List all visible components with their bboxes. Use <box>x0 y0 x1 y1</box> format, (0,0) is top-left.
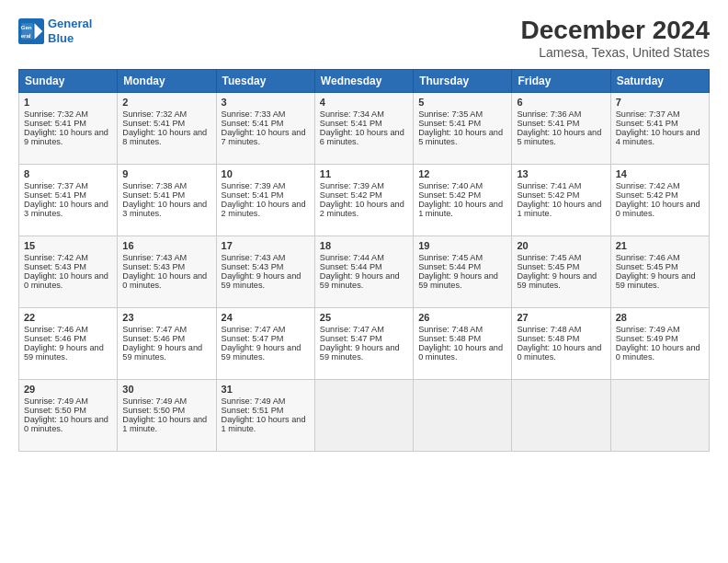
calendar-cell: 20Sunrise: 7:45 AMSunset: 5:45 PMDayligh… <box>512 236 610 307</box>
calendar-cell <box>610 379 709 451</box>
col-header-wednesday: Wednesday <box>314 69 413 92</box>
logo-text: General Blue <box>48 17 92 45</box>
day-number: 14 <box>616 168 704 179</box>
day-number: 10 <box>222 168 310 179</box>
svg-text:eral: eral <box>21 32 31 39</box>
day-number: 23 <box>122 312 210 323</box>
calendar-cell <box>414 379 512 451</box>
calendar-cell: 27Sunrise: 7:48 AMSunset: 5:48 PMDayligh… <box>512 307 610 379</box>
title-block: December 2024 Lamesa, Texas, United Stat… <box>521 17 710 60</box>
col-header-monday: Monday <box>118 69 216 92</box>
calendar-cell: 13Sunrise: 7:41 AMSunset: 5:42 PMDayligh… <box>512 164 610 236</box>
day-number: 27 <box>517 312 605 323</box>
day-number: 25 <box>320 312 408 323</box>
day-number: 5 <box>418 97 506 108</box>
calendar-cell: 28Sunrise: 7:49 AMSunset: 5:49 PMDayligh… <box>610 307 709 379</box>
logo-line1: General <box>48 17 92 30</box>
calendar-cell: 6Sunrise: 7:36 AMSunset: 5:41 PMDaylight… <box>512 92 610 164</box>
day-number: 2 <box>122 97 210 108</box>
day-number: 28 <box>616 312 704 323</box>
week-row-1: 1Sunrise: 7:32 AMSunset: 5:41 PMDaylight… <box>19 92 710 164</box>
day-number: 8 <box>24 168 112 179</box>
day-number: 11 <box>320 168 408 179</box>
page: Gen eral General Blue December 2024 Lame… <box>0 0 728 563</box>
col-header-tuesday: Tuesday <box>216 69 314 92</box>
calendar-cell: 3Sunrise: 7:33 AMSunset: 5:41 PMDaylight… <box>216 92 314 164</box>
week-row-4: 22Sunrise: 7:46 AMSunset: 5:46 PMDayligh… <box>19 307 710 379</box>
calendar-cell: 25Sunrise: 7:47 AMSunset: 5:47 PMDayligh… <box>314 307 413 379</box>
day-number: 19 <box>418 240 506 251</box>
calendar-cell <box>512 379 610 451</box>
calendar-cell: 26Sunrise: 7:48 AMSunset: 5:48 PMDayligh… <box>414 307 512 379</box>
day-number: 17 <box>222 240 310 251</box>
week-row-5: 29Sunrise: 7:49 AMSunset: 5:50 PMDayligh… <box>19 379 710 451</box>
day-number: 24 <box>222 312 310 323</box>
calendar-cell: 7Sunrise: 7:37 AMSunset: 5:41 PMDaylight… <box>610 92 709 164</box>
day-number: 6 <box>517 97 605 108</box>
calendar-cell: 22Sunrise: 7:46 AMSunset: 5:46 PMDayligh… <box>19 307 118 379</box>
header: Gen eral General Blue December 2024 Lame… <box>18 17 710 60</box>
calendar-cell: 19Sunrise: 7:45 AMSunset: 5:44 PMDayligh… <box>414 236 512 307</box>
calendar-cell: 4Sunrise: 7:34 AMSunset: 5:41 PMDaylight… <box>314 92 413 164</box>
calendar-cell: 2Sunrise: 7:32 AMSunset: 5:41 PMDaylight… <box>118 92 216 164</box>
calendar-cell: 8Sunrise: 7:37 AMSunset: 5:41 PMDaylight… <box>19 164 118 236</box>
col-header-thursday: Thursday <box>414 69 512 92</box>
day-number: 29 <box>24 384 112 395</box>
day-number: 3 <box>222 97 310 108</box>
calendar-cell: 29Sunrise: 7:49 AMSunset: 5:50 PMDayligh… <box>19 379 118 451</box>
day-number: 13 <box>517 168 605 179</box>
calendar-cell: 11Sunrise: 7:39 AMSunset: 5:42 PMDayligh… <box>314 164 413 236</box>
col-header-sunday: Sunday <box>19 69 118 92</box>
calendar-cell: 18Sunrise: 7:44 AMSunset: 5:44 PMDayligh… <box>314 236 413 307</box>
logo-line2: Blue <box>48 31 74 45</box>
day-number: 16 <box>122 240 210 251</box>
week-row-2: 8Sunrise: 7:37 AMSunset: 5:41 PMDaylight… <box>19 164 710 236</box>
calendar-cell: 15Sunrise: 7:42 AMSunset: 5:43 PMDayligh… <box>19 236 118 307</box>
col-header-friday: Friday <box>512 69 610 92</box>
calendar-cell: 17Sunrise: 7:43 AMSunset: 5:43 PMDayligh… <box>216 236 314 307</box>
calendar-cell: 30Sunrise: 7:49 AMSunset: 5:50 PMDayligh… <box>118 379 216 451</box>
calendar-cell: 23Sunrise: 7:47 AMSunset: 5:46 PMDayligh… <box>118 307 216 379</box>
day-number: 21 <box>616 240 704 251</box>
calendar-cell: 21Sunrise: 7:46 AMSunset: 5:45 PMDayligh… <box>610 236 709 307</box>
calendar-cell: 24Sunrise: 7:47 AMSunset: 5:47 PMDayligh… <box>216 307 314 379</box>
day-number: 20 <box>517 240 605 251</box>
day-number: 15 <box>24 240 112 251</box>
day-number: 30 <box>122 384 210 395</box>
calendar-table: SundayMondayTuesdayWednesdayThursdayFrid… <box>18 69 710 452</box>
header-row: SundayMondayTuesdayWednesdayThursdayFrid… <box>19 69 710 92</box>
day-number: 26 <box>418 312 506 323</box>
day-number: 31 <box>222 384 310 395</box>
day-number: 7 <box>616 97 704 108</box>
col-header-saturday: Saturday <box>610 69 709 92</box>
calendar-cell: 31Sunrise: 7:49 AMSunset: 5:51 PMDayligh… <box>216 379 314 451</box>
day-number: 9 <box>122 168 210 179</box>
calendar-cell: 1Sunrise: 7:32 AMSunset: 5:41 PMDaylight… <box>19 92 118 164</box>
day-number: 22 <box>24 312 112 323</box>
calendar-cell: 9Sunrise: 7:38 AMSunset: 5:41 PMDaylight… <box>118 164 216 236</box>
day-number: 1 <box>24 97 112 108</box>
location: Lamesa, Texas, United States <box>521 45 710 60</box>
week-row-3: 15Sunrise: 7:42 AMSunset: 5:43 PMDayligh… <box>19 236 710 307</box>
month-title: December 2024 <box>521 17 710 45</box>
calendar-cell: 5Sunrise: 7:35 AMSunset: 5:41 PMDaylight… <box>414 92 512 164</box>
calendar-cell: 10Sunrise: 7:39 AMSunset: 5:41 PMDayligh… <box>216 164 314 236</box>
day-number: 18 <box>320 240 408 251</box>
svg-text:Gen: Gen <box>21 24 32 30</box>
calendar-cell: 16Sunrise: 7:43 AMSunset: 5:43 PMDayligh… <box>118 236 216 307</box>
logo-icon: Gen eral <box>18 18 44 44</box>
logo: Gen eral General Blue <box>18 17 92 45</box>
day-number: 12 <box>418 168 506 179</box>
day-number: 4 <box>320 97 408 108</box>
calendar-cell: 12Sunrise: 7:40 AMSunset: 5:42 PMDayligh… <box>414 164 512 236</box>
calendar-cell <box>314 379 413 451</box>
calendar-cell: 14Sunrise: 7:42 AMSunset: 5:42 PMDayligh… <box>610 164 709 236</box>
